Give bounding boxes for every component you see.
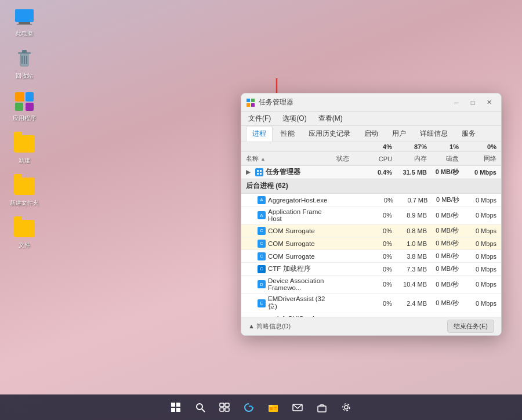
svg-rect-15 [246,99,250,102]
taskmanager-icon [246,98,255,107]
column-header-percentages: 4% 87% 1% 0% [241,142,501,152]
svg-rect-31 [220,408,224,411]
taskbar-settings-button[interactable] [336,397,357,418]
process-row-4[interactable]: C COM Surrogate 0% 3.8 MB 0 MB/秒 0 Mbps [241,250,501,263]
maximize-button[interactable]: □ [465,97,480,108]
process-cpu-2: 0% [360,227,392,234]
close-button[interactable]: ✕ [481,97,496,108]
process-row-1[interactable]: A Application Frame Host 0% 8.9 MB 0 MB/… [241,207,501,225]
tab-app-history[interactable]: 应用历史记录 [303,126,356,141]
menu-bar: 文件(F) 选项(O) 查看(M) [241,112,501,126]
process-row-7[interactable]: E EMDriverAssist (32 位) 0% 2.4 MB 0 MB/秒… [241,294,501,313]
process-row-2[interactable]: C COM Surrogate 0% 0.8 MB 0 MB/秒 0 Mbps [241,225,501,237]
process-cpu-3: 0% [360,240,392,247]
process-row-6[interactable]: D Device Association Framewo... 0% 10.4 … [241,276,501,294]
end-task-button[interactable]: 结束任务(E) [447,320,494,333]
process-disk-taskmanager: 0 MB/秒 [427,168,459,176]
cpu-percent: 4% [360,143,392,150]
expand-icon[interactable]: ▶ [246,169,253,175]
col-header-mem[interactable]: 内存 [392,154,427,163]
desktop-icon-app[interactable]: 应用程序 [7,90,42,122]
svg-rect-25 [171,408,175,412]
process-mem-0: 0.7 MB [393,197,427,204]
process-cpu-5: 0% [360,266,392,273]
window-controls: ─ □ ✕ [449,97,496,108]
process-mem-2: 0.8 MB [392,227,427,234]
desktop-icon-computer[interactable]: 此电脑 [7,6,42,38]
svg-point-40 [345,405,348,409]
desktop-icon-folder1-label: 新建 [19,157,30,165]
svg-rect-26 [176,408,180,412]
col-header-cpu[interactable]: CPU [360,155,392,162]
process-net-2: 0 Mbps [459,227,496,234]
process-net-7: 0 Mbps [459,300,496,307]
status-info[interactable]: ▲ 简略信息(D) [248,322,291,331]
process-icon-2: C [258,227,266,235]
process-disk-6: 0 MB/秒 [427,280,459,289]
process-disk-1: 0 MB/秒 [427,211,459,220]
process-row-0[interactable]: A AggregatorHost.exe 0% 0.7 MB 0 MB/秒 0 … [241,194,501,207]
svg-rect-36 [274,407,277,408]
svg-rect-18 [251,103,255,107]
process-name-4: COM Surrogate [268,253,315,260]
col-header-status[interactable]: 状态 [325,154,360,163]
process-name-0: AggregatorHost.exe [268,197,327,204]
tab-performance[interactable]: 性能 [275,126,300,141]
menu-file[interactable]: 文件(F) [246,113,273,125]
process-cpu-0: 0% [362,197,393,204]
tab-services[interactable]: 服务 [456,126,481,141]
desktop-icon-folder2-label: 新建文件夹 [10,199,39,207]
process-name-7: EMDriverAssist (32 位) [268,295,325,311]
desktop-icon-recycle[interactable]: 回收站 [7,48,42,80]
svg-rect-16 [251,99,255,102]
process-icon-0: A [258,196,266,204]
desktop-icon-folder1[interactable]: 新建 [7,133,42,165]
menu-options[interactable]: 选项(O) [280,113,309,125]
window-title: 任务管理器 [259,97,449,107]
process-cpu-4: 0% [360,253,392,260]
tab-processes[interactable]: 进程 [246,126,273,142]
disk-percent: 1% [427,143,459,150]
process-disk-0: 0 MB/秒 [427,195,459,204]
process-list[interactable]: ▶ 任务管理器 0.4% 31.5 MB 0 MB/秒 0 Mbps 后台进程 … [241,166,501,317]
desktop: 此电脑 回收站 [0,0,522,420]
menu-view[interactable]: 查看(M) [316,113,345,125]
svg-rect-24 [176,403,180,407]
taskbar-explorer-button[interactable] [263,397,284,418]
svg-rect-20 [260,170,262,172]
desktop-icons: 此电脑 回收站 [7,6,42,249]
taskbar-mail-button[interactable] [287,397,308,418]
column-headers: 名称 ▲ 状态 CPU 内存 磁盘 网络 [241,152,501,166]
taskbar-windows-button[interactable] [165,397,186,418]
process-row-5[interactable]: C CTF 加载程序 0% 7.3 MB 0 MB/秒 0 Mbps [241,263,501,276]
process-net-5: 0 Mbps [459,266,496,273]
section-header-background: 后台进程 (62) [241,179,501,194]
col-header-net[interactable]: 网络 [459,154,496,163]
tab-startup[interactable]: 启动 [358,126,384,141]
mem-percent: 87% [392,143,427,150]
desktop-icon-folder3[interactable]: 文件 [7,218,42,249]
process-disk-5: 0 MB/秒 [427,265,459,273]
taskbar-store-button[interactable] [311,397,332,418]
taskbar-taskview-button[interactable] [214,397,235,418]
process-name-8: igfxCUIService Module [277,315,325,317]
process-disk-7: 0 MB/秒 [427,299,459,307]
col-header-disk[interactable]: 磁盘 [427,154,459,163]
process-net-0: 0 Mbps [459,197,496,204]
tab-details[interactable]: 详细信息 [414,126,454,141]
desktop-icon-folder2[interactable]: 新建文件夹 [7,175,42,207]
taskbar-edge-button[interactable] [238,397,259,418]
process-icon-7: E [258,299,266,307]
svg-rect-2 [17,24,32,25]
svg-rect-17 [246,103,250,107]
process-row-taskmanager[interactable]: ▶ 任务管理器 0.4% 31.5 MB 0 MB/秒 0 Mbps [241,166,501,179]
process-name-5: CTF 加载程序 [268,265,311,273]
col-header-name[interactable]: 名称 ▲ [246,154,325,163]
process-row-3[interactable]: C COM Surrogate 0% 1.0 MB 0 MB/秒 0 Mbps [241,237,501,250]
process-name-taskmanager: 任务管理器 [266,168,300,176]
svg-rect-5 [22,50,27,53]
svg-rect-22 [260,173,262,175]
minimize-button[interactable]: ─ [449,97,464,108]
taskbar-search-button[interactable] [190,397,211,418]
tab-users[interactable]: 用户 [386,126,412,141]
